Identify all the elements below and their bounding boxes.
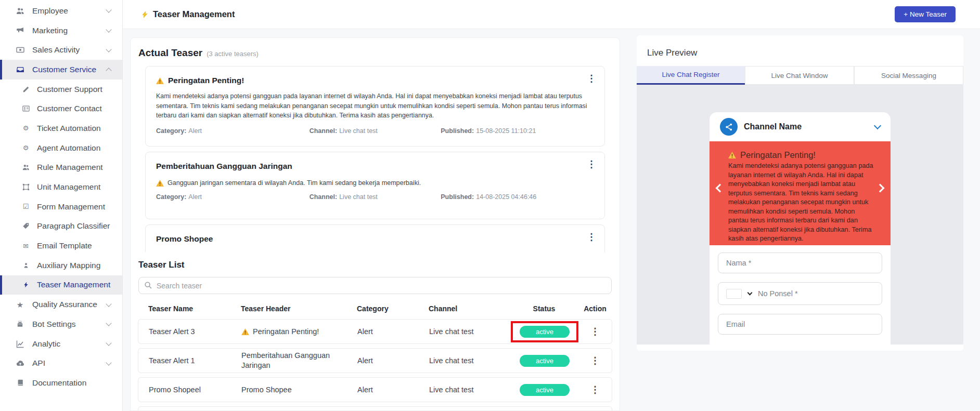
sidebar-item-ticket-automation[interactable]: ⚙ Ticket Automation: [0, 118, 122, 138]
sidebar-item-documentation[interactable]: Documentation: [0, 373, 122, 393]
kebab-menu-icon[interactable]: ⋮: [578, 327, 612, 336]
chevron-down-icon[interactable]: [874, 122, 881, 129]
sidebar-item-customer-contact[interactable]: Customer Contact: [0, 99, 122, 118]
teaser-card: ⋮ Peringatan Penting! Kami mendeteksi ad…: [145, 66, 605, 147]
new-teaser-button[interactable]: + New Teaser: [895, 6, 956, 22]
chevron-down-icon[interactable]: [747, 290, 753, 296]
sidebar-item-analytic[interactable]: Analytic: [0, 334, 122, 354]
sidebar-item-quality-assurance[interactable]: ★ Quality Assurance: [0, 295, 122, 314]
sidebar-item-label: Unit Management: [37, 182, 100, 192]
kebab-menu-icon[interactable]: ⋮: [587, 74, 596, 83]
banknote-icon: [15, 46, 25, 54]
channel-avatar-icon: [720, 118, 738, 136]
tab-live-chat-register[interactable]: Live Chat Register: [637, 66, 745, 85]
phone-field[interactable]: No Ponsel *: [718, 282, 882, 305]
cell-teaser-name: Teaser Alert 1: [138, 356, 241, 365]
sidebar-item-paragraph-classifier[interactable]: Paragraph Classifier: [0, 217, 122, 236]
teaser-card-footer: Category:Alert Channel:Live chat test Pu…: [156, 127, 594, 135]
sidebar-item-bot-settings[interactable]: Bot Settings: [0, 314, 122, 334]
table-row[interactable]: Teaser Alert 1 Pemberitahuan Gangguan Ja…: [138, 348, 612, 373]
search-icon: [144, 281, 152, 289]
kebab-menu-icon[interactable]: ⋮: [578, 385, 612, 394]
gears-icon: ⚙: [21, 125, 30, 131]
col-channel: Channel: [429, 304, 510, 313]
sidebar-item-label: Form Management: [37, 202, 105, 211]
chevron-down-icon: [106, 321, 111, 326]
sidebar-item-marketing[interactable]: Marketing: [0, 21, 122, 41]
chat-widget-header: Channel Name: [710, 112, 891, 141]
columns: Actual Teaser (3 active teasers) ⋮ Perin…: [123, 29, 980, 411]
chat-widget: Channel Name Peringatan Penting! Kami me…: [710, 112, 891, 344]
sidebar-item-customer-support[interactable]: Customer Support: [0, 79, 122, 99]
sidebar-item-employee[interactable]: Employee: [0, 1, 122, 21]
teaser-list-title: Teaser List: [138, 260, 612, 270]
megaphone-icon: [15, 26, 25, 35]
sidebar-item-api[interactable]: API: [0, 353, 122, 373]
sidebar-item-rule-management[interactable]: Rule Management: [0, 158, 122, 178]
table-row[interactable]: Teaser Alert 3 Peringatan Penting! Alert…: [138, 319, 612, 344]
search-input[interactable]: [138, 277, 612, 294]
cell-category: Alert: [357, 386, 429, 394]
carousel-prev-icon[interactable]: [716, 184, 725, 193]
indonesia-flag-icon[interactable]: [726, 289, 742, 299]
category-label: Category:: [156, 193, 186, 201]
envelope-icon: ✉: [21, 243, 30, 249]
col-teaser-name: Teaser Name: [138, 304, 241, 313]
sidebar-item-label: Customer Contact: [37, 104, 102, 113]
table-row[interactable]: Promo Shopeel Promo Shopee Alert Live ch…: [138, 377, 612, 402]
cloud-upload-icon: [15, 359, 25, 367]
sidebar-item-label: Customer Support: [37, 85, 102, 94]
bolt-icon: [141, 10, 148, 19]
chevron-up-icon: [106, 68, 111, 73]
tab-live-chat-window[interactable]: Live Chat Window: [745, 66, 854, 85]
teaser-card: ⋮ Promo Shopee: [145, 224, 605, 252]
warning-icon: [156, 77, 164, 84]
teaser-card-header: Pemberitahuan Gangguan Jaringan: [156, 162, 594, 171]
col-category: Category: [357, 304, 429, 313]
person-icon: [21, 262, 30, 269]
sidebar-item-teaser-management[interactable]: Teaser Management: [0, 275, 122, 295]
category-value: Alert: [188, 193, 202, 201]
chevron-down-icon: [106, 46, 111, 52]
channel-label: Channel:: [310, 193, 337, 201]
sidebar-item-unit-management[interactable]: Unit Management: [0, 177, 122, 197]
email-field[interactable]: Email: [718, 314, 882, 335]
kebab-menu-icon[interactable]: ⋮: [587, 160, 596, 169]
tab-social-messaging[interactable]: Social Messaging: [854, 66, 963, 85]
cell-category: Alert: [357, 327, 429, 336]
robot-icon: [15, 320, 25, 328]
teaser-cards-scroll[interactable]: ⋮ Peringatan Penting! Kami mendeteksi ad…: [145, 66, 605, 252]
published-label: Published:: [441, 127, 474, 135]
kebab-menu-icon[interactable]: ⋮: [587, 232, 596, 242]
carousel-next-icon[interactable]: [876, 184, 885, 193]
sidebar-item-form-management[interactable]: ☑ Form Management: [0, 197, 122, 217]
active-teasers-count: (3 active teasers): [207, 50, 259, 58]
category-value: Alert: [188, 127, 202, 135]
sidebar-item-label: Quality Assurance: [32, 300, 97, 309]
kebab-menu-icon[interactable]: ⋮: [578, 356, 612, 365]
id-card-icon: [21, 105, 30, 112]
warning-icon: [728, 152, 736, 158]
published-label: Published:: [441, 193, 474, 201]
col-teaser-header: Teaser Header: [241, 304, 357, 313]
ticket-icon: [21, 86, 30, 93]
sidebar-item-label: Teaser Management: [37, 280, 110, 289]
gears-icon: ⚙: [21, 144, 30, 151]
sidebar-item-sales-activity[interactable]: Sales Activity: [0, 40, 122, 60]
register-form: Nama * No Ponsel * Email: [710, 245, 891, 335]
top-header: Teaser Management + New Teaser: [123, 0, 980, 29]
name-field[interactable]: Nama *: [718, 253, 882, 273]
teaser-preview-title: Peringatan Penting!: [728, 150, 873, 160]
sidebar-item-customer-service[interactable]: Customer Service: [0, 60, 122, 79]
form-check-icon: ☑: [21, 203, 30, 210]
sidebar-item-label: Employee: [32, 6, 68, 16]
sidebar-item-email-template[interactable]: ✉ Email Template: [0, 236, 122, 256]
warning-icon: [156, 180, 164, 187]
star-icon: ★: [15, 301, 25, 309]
cell-teaser-name: Promo Shopeel: [138, 386, 241, 394]
sidebar-item-label: Marketing: [32, 26, 68, 35]
chevron-down-icon: [106, 301, 111, 307]
sidebar-item-auxiliary-mapping[interactable]: Auxiliary Mapping: [0, 256, 122, 275]
sidebar-item-agent-automation[interactable]: ⚙ Agent Automation: [0, 138, 122, 158]
bolt-icon: [21, 281, 30, 288]
